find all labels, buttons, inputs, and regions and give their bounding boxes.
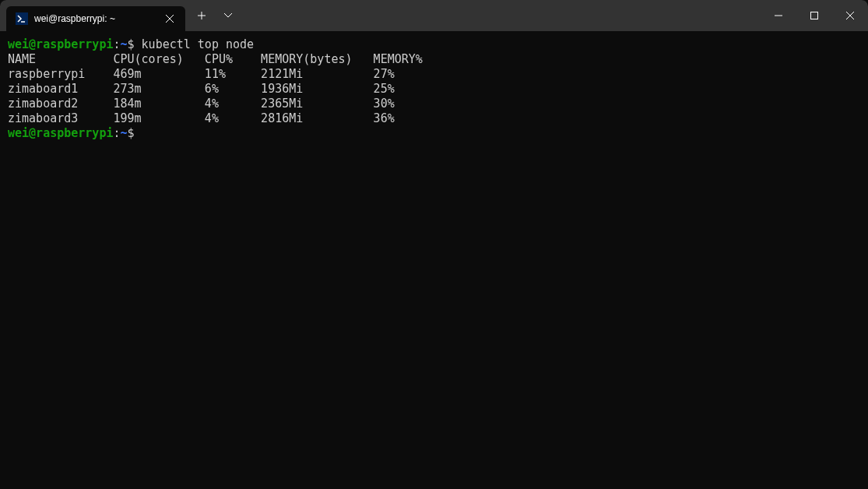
window-titlebar: wei@raspberrypi: ~ [0,0,868,31]
minimize-button[interactable] [761,0,796,31]
prompt-separator: : [113,37,120,51]
maximize-button[interactable] [796,0,832,31]
terminal-body[interactable]: wei@raspberrypi:~$ kubectl top node NAME… [0,31,868,147]
kubectl-output: NAME CPU(cores) CPU% MEMORY(bytes) MEMOR… [8,52,423,125]
close-button[interactable] [832,0,868,31]
titlebar-drag-area[interactable] [241,0,761,31]
svg-rect-7 [811,12,818,19]
window-controls [761,0,868,31]
prompt-user-host-2: wei@raspberrypi [8,126,113,140]
command-text: kubectl top node [142,37,255,51]
terminal-tab[interactable]: wei@raspberrypi: ~ [6,6,185,31]
prompt-symbol: $ [128,37,135,51]
tab-close-button[interactable] [162,11,177,26]
tab-title: wei@raspberrypi: ~ [34,13,156,24]
powershell-icon [16,12,28,25]
tab-dropdown-button[interactable] [215,0,241,31]
prompt-user-host: wei@raspberrypi [8,37,113,51]
tab-actions [188,0,241,31]
prompt-path-2: ~ [121,126,128,140]
new-tab-button[interactable] [188,0,215,31]
prompt-separator-2: : [113,126,120,140]
prompt-symbol-2: $ [128,126,135,140]
prompt-path: ~ [121,37,128,51]
